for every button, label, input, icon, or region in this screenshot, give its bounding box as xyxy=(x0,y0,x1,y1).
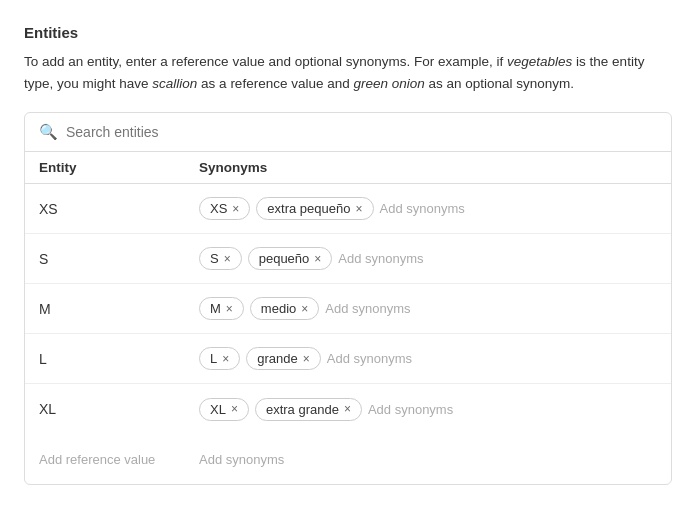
synonym-tag: XS× xyxy=(199,197,250,220)
entity-value: XS xyxy=(39,201,199,217)
add-synonyms-link[interactable]: Add synonyms xyxy=(380,201,465,216)
tag-close-button[interactable]: × xyxy=(232,203,239,215)
tag-close-button[interactable]: × xyxy=(222,353,229,365)
synonyms-cell: XS×extra pequeño×Add synonyms xyxy=(199,197,657,220)
add-synonyms-link[interactable]: Add synonyms xyxy=(327,351,412,366)
synonym-tag: L× xyxy=(199,347,240,370)
tag-close-button[interactable]: × xyxy=(314,253,321,265)
tag-close-button[interactable]: × xyxy=(344,403,351,415)
table-row: LL×grande×Add synonyms xyxy=(25,334,671,384)
synonyms-cell: L×grande×Add synonyms xyxy=(199,347,657,370)
tag-text: grande xyxy=(257,351,297,366)
tag-text: extra grande xyxy=(266,402,339,417)
search-icon: 🔍 xyxy=(39,123,58,141)
entity-value: M xyxy=(39,301,199,317)
entity-value: S xyxy=(39,251,199,267)
synonyms-cell: S×pequeño×Add synonyms xyxy=(199,247,657,270)
synonym-tag: M× xyxy=(199,297,244,320)
synonyms-cell: XL×extra grande×Add synonyms xyxy=(199,398,657,421)
tag-close-button[interactable]: × xyxy=(231,403,238,415)
synonym-tag: medio× xyxy=(250,297,319,320)
tag-close-button[interactable]: × xyxy=(224,253,231,265)
tag-close-button[interactable]: × xyxy=(301,303,308,315)
search-bar: 🔍 xyxy=(25,113,671,152)
page-title: Entities xyxy=(24,24,672,41)
table-row: XSXS×extra pequeño×Add synonyms xyxy=(25,184,671,234)
synonym-tag: pequeño× xyxy=(248,247,333,270)
add-synonyms-footer-placeholder[interactable]: Add synonyms xyxy=(199,452,657,467)
add-synonyms-link[interactable]: Add synonyms xyxy=(368,402,453,417)
add-reference-placeholder[interactable]: Add reference value xyxy=(39,452,199,467)
table-row: XLXL×extra grande×Add synonyms xyxy=(25,384,671,434)
add-synonyms-link[interactable]: Add synonyms xyxy=(338,251,423,266)
search-input[interactable] xyxy=(66,124,657,140)
synonyms-cell: M×medio×Add synonyms xyxy=(199,297,657,320)
entity-value: L xyxy=(39,351,199,367)
description: To add an entity, enter a reference valu… xyxy=(24,51,672,94)
synonym-tag: S× xyxy=(199,247,242,270)
tag-text: S xyxy=(210,251,219,266)
tag-text: XS xyxy=(210,201,227,216)
table-row: MM×medio×Add synonyms xyxy=(25,284,671,334)
synonym-tag: grande× xyxy=(246,347,321,370)
tag-text: L xyxy=(210,351,217,366)
entities-container: 🔍 Entity Synonyms XSXS×extra pequeño×Add… xyxy=(24,112,672,485)
tag-text: medio xyxy=(261,301,296,316)
tag-close-button[interactable]: × xyxy=(303,353,310,365)
entity-column-header: Entity xyxy=(39,160,199,175)
tag-text: XL xyxy=(210,402,226,417)
tag-text: extra pequeño xyxy=(267,201,350,216)
entity-value: XL xyxy=(39,401,199,417)
tag-text: pequeño xyxy=(259,251,310,266)
table-row: SS×pequeño×Add synonyms xyxy=(25,234,671,284)
add-synonyms-link[interactable]: Add synonyms xyxy=(325,301,410,316)
tag-close-button[interactable]: × xyxy=(355,203,362,215)
synonyms-column-header: Synonyms xyxy=(199,160,657,175)
tag-close-button[interactable]: × xyxy=(226,303,233,315)
add-row: Add reference value Add synonyms xyxy=(25,434,671,484)
synonym-tag: XL× xyxy=(199,398,249,421)
synonym-tag: extra grande× xyxy=(255,398,362,421)
table-header: Entity Synonyms xyxy=(25,152,671,184)
synonym-tag: extra pequeño× xyxy=(256,197,373,220)
tag-text: M xyxy=(210,301,221,316)
table-body: XSXS×extra pequeño×Add synonymsSS×pequeñ… xyxy=(25,184,671,434)
